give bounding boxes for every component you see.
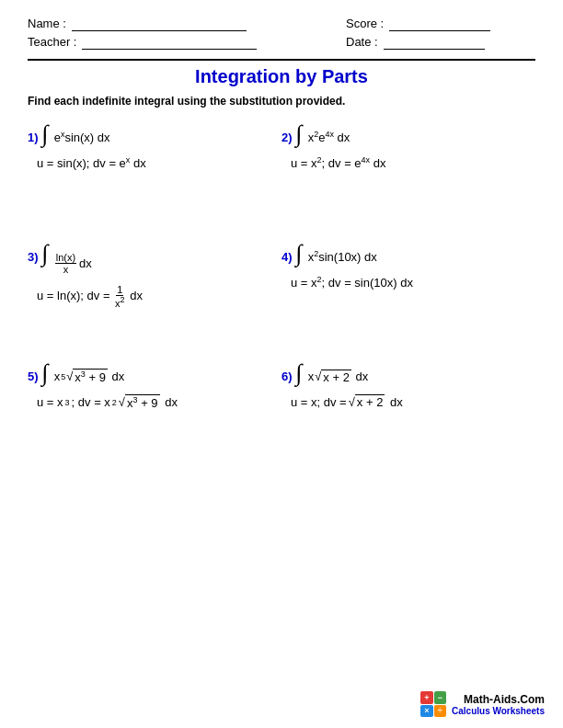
problem-3-expr: ln(x) x dx bbox=[54, 252, 92, 275]
score-right: Score : bbox=[346, 17, 490, 31]
problem-3-sub-fraction: 1 x2 bbox=[114, 284, 126, 309]
problem-1-expr: exsin(x) dx bbox=[54, 130, 110, 144]
problem-2-integral-sign: ∫ bbox=[296, 122, 303, 146]
header-section: Name : Score : Teacher : Date : bbox=[28, 17, 535, 50]
problem-2-substitution: u = x2; dv = e4x dx bbox=[291, 155, 528, 170]
problems-grid: 1) ∫ exsin(x) dx u = sin(x); dv = ex dx … bbox=[28, 119, 535, 477]
problem-5-overline: x3 + 9 bbox=[73, 369, 108, 384]
problem-6-overline: x + 2 bbox=[321, 370, 351, 384]
icon-minus: − bbox=[434, 691, 447, 704]
score-label: Score : bbox=[346, 17, 384, 30]
problem-6-expr: x √x + 2 dx bbox=[308, 370, 369, 384]
problem-3: 3) ∫ ln(x) x dx u = ln(x); dv = 1 x2 dx bbox=[28, 238, 282, 358]
instructions: Find each indefinite integral using the … bbox=[28, 95, 535, 108]
problem-5-sqrt: √x3 + 9 bbox=[66, 369, 108, 384]
date-line bbox=[384, 35, 485, 50]
problem-6-header: 6) ∫ x √x + 2 dx bbox=[282, 361, 528, 385]
icon-plus: + bbox=[420, 691, 433, 704]
footer-sub-name: Calculus Worksheets bbox=[452, 706, 545, 716]
problem-2-number: 2) bbox=[282, 131, 293, 144]
footer: + − × ÷ Math-Aids.Com Calculus Worksheet… bbox=[420, 691, 545, 717]
problem-6-number: 6) bbox=[282, 370, 293, 383]
problem-5: 5) ∫ x5 √x3 + 9 dx u = x3; dv = x2 √x3 +… bbox=[28, 358, 282, 477]
problem-5-substitution: u = x3; dv = x2 √x3 + 9 dx bbox=[37, 394, 274, 410]
teacher-line bbox=[82, 35, 257, 50]
problem-4-header: 4) ∫ x2sin(10x) dx bbox=[282, 242, 528, 266]
problem-4-substitution: u = x2; dv = sin(10x) dx bbox=[291, 275, 528, 290]
problem-1-number: 1) bbox=[28, 131, 39, 144]
problem-4: 4) ∫ x2sin(10x) dx u = x2; dv = sin(10x)… bbox=[282, 238, 535, 358]
name-line bbox=[72, 17, 247, 31]
footer-site-name: Math-Aids.Com bbox=[452, 693, 545, 706]
problem-1-header: 1) ∫ exsin(x) dx bbox=[28, 122, 274, 146]
score-line bbox=[389, 17, 490, 31]
problem-5-integral-sign: ∫ bbox=[42, 361, 49, 385]
problem-4-number: 4) bbox=[282, 250, 293, 264]
problem-3-fraction-num: ln(x) bbox=[55, 252, 76, 264]
problem-2-expr: x2e4x dx bbox=[308, 130, 350, 144]
teacher-label: Teacher : bbox=[28, 35, 76, 49]
name-left: Name : bbox=[28, 17, 304, 31]
icon-times: × bbox=[420, 705, 433, 718]
problem-4-expr: x2sin(10x) dx bbox=[308, 249, 377, 264]
name-row: Name : Score : bbox=[28, 17, 535, 31]
problem-1: 1) ∫ exsin(x) dx u = sin(x); dv = ex dx bbox=[28, 119, 282, 238]
problem-3-fraction: ln(x) x bbox=[55, 252, 76, 275]
footer-text: Math-Aids.Com Calculus Worksheets bbox=[452, 693, 545, 716]
problem-1-substitution: u = sin(x); dv = ex dx bbox=[37, 155, 274, 170]
date-label: Date : bbox=[346, 35, 378, 49]
problem-3-fraction-den: x bbox=[63, 264, 70, 275]
problem-5-number: 5) bbox=[28, 370, 39, 383]
problem-4-integral-sign: ∫ bbox=[296, 242, 303, 266]
problem-6-sub-overline: x + 2 bbox=[355, 394, 385, 409]
problem-6-substitution: u = x; dv = √x + 2 dx bbox=[291, 394, 528, 409]
worksheet-page: Name : Score : Teacher : Date : Integrat… bbox=[0, 0, 563, 728]
problem-2: 2) ∫ x2e4x dx u = x2; dv = e4x dx bbox=[282, 119, 535, 238]
problem-6-sub-sqrt: √x + 2 bbox=[349, 394, 385, 409]
problem-3-header: 3) ∫ ln(x) x dx bbox=[28, 242, 274, 275]
problem-1-integral-sign: ∫ bbox=[42, 122, 49, 146]
problem-5-sub-sqrt: √x3 + 9 bbox=[119, 394, 160, 410]
problem-6: 6) ∫ x √x + 2 dx u = x; dv = √x + 2 dx bbox=[282, 358, 535, 477]
date-right: Date : bbox=[346, 35, 485, 50]
problem-5-header: 5) ∫ x5 √x3 + 9 dx bbox=[28, 361, 274, 385]
problem-6-sqrt: √x + 2 bbox=[315, 370, 351, 384]
name-label: Name : bbox=[28, 17, 66, 30]
problem-6-integral-sign: ∫ bbox=[296, 361, 303, 385]
worksheet-title: Integration by Parts bbox=[28, 66, 535, 87]
icon-div: ÷ bbox=[434, 705, 447, 718]
teacher-left: Teacher : bbox=[28, 35, 304, 50]
problem-2-header: 2) ∫ x2e4x dx bbox=[282, 122, 528, 146]
problem-5-sub-overline: x3 + 9 bbox=[125, 394, 160, 410]
problem-3-substitution: u = ln(x); dv = 1 x2 dx bbox=[37, 284, 274, 309]
header-divider bbox=[28, 59, 535, 61]
teacher-row: Teacher : Date : bbox=[28, 35, 535, 50]
problem-3-integral-sign: ∫ bbox=[42, 242, 49, 266]
problem-5-expr: x5 √x3 + 9 dx bbox=[54, 369, 125, 384]
problem-3-number: 3) bbox=[28, 250, 39, 264]
math-icon: + − × ÷ bbox=[420, 691, 446, 717]
